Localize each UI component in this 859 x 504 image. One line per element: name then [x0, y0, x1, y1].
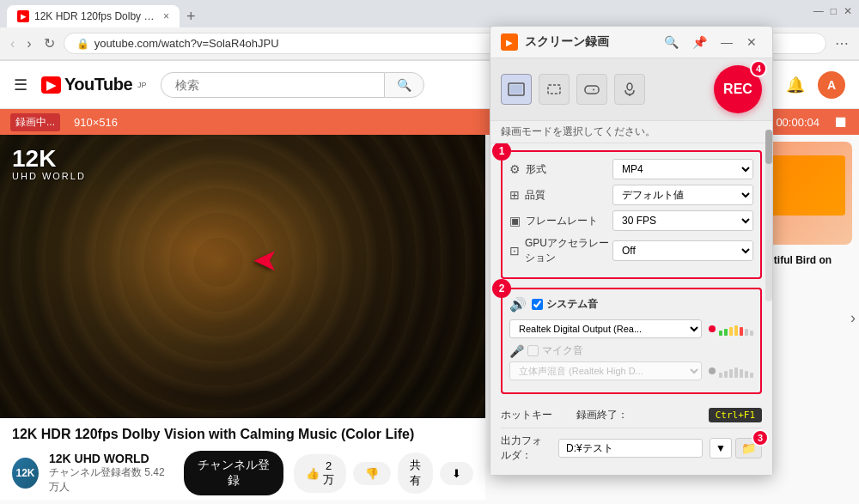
gpu-row: ⊡ GPUアクセラレーション Off: [509, 236, 753, 265]
hamburger-menu-icon[interactable]: ☰: [14, 76, 27, 94]
audio-level-indicator: [709, 322, 753, 336]
youtube-logo-text: YouTube: [64, 75, 132, 94]
recording-time: 00:00:04: [776, 116, 819, 129]
panel-minimize-button[interactable]: —: [716, 33, 738, 51]
region-record-button[interactable]: [539, 74, 570, 105]
recorder-panel: ▶ スクリーン録画 🔍 📌 — ✕: [490, 26, 773, 476]
mic-check-label[interactable]: マイク音: [527, 343, 583, 358]
audio-header: 🔊 システム音: [509, 296, 753, 313]
mic-bar-3: [729, 369, 733, 378]
level-bar-5: [740, 327, 743, 336]
svg-rect-1: [510, 85, 522, 94]
like-button[interactable]: 👍 2万: [294, 454, 346, 493]
window-minimize-btn[interactable]: —: [813, 5, 824, 17]
panel-search-button[interactable]: 🔍: [659, 33, 684, 51]
audio-section: 2 🔊 システム音 Realtek Digital Output (Rea...: [501, 288, 762, 394]
mic-level-dot: [709, 367, 716, 374]
avatar-initial: A: [827, 78, 836, 92]
user-avatar[interactable]: A: [818, 71, 845, 99]
mic-level-bars: [719, 364, 753, 378]
gpu-select[interactable]: Off: [612, 240, 753, 261]
framerate-label: ▣ フレームレート: [509, 214, 612, 228]
mic-icon: 🎤: [509, 344, 524, 358]
audio-record-button[interactable]: [614, 74, 645, 105]
mic-device-select[interactable]: 立体声混音 (Realtek High D...: [509, 361, 702, 380]
panel-header: ▶ スクリーン録画 🔍 📌 — ✕: [490, 27, 772, 58]
below-video: 12K HDR 120fps Dolby Vision with Calming…: [0, 418, 485, 500]
svg-point-6: [627, 83, 632, 90]
panel-toolbar: REC 4: [490, 58, 772, 121]
hotkey-action-text: 録画終了：: [576, 408, 702, 422]
search-input[interactable]: [161, 72, 384, 98]
format-label-text: 形式: [526, 162, 546, 177]
output-path-input[interactable]: [558, 439, 703, 458]
framerate-select[interactable]: 30 FPS: [612, 210, 753, 231]
audio-icon: [621, 82, 638, 96]
level-bar-3: [729, 327, 733, 336]
refresh-button[interactable]: ↻: [40, 32, 58, 55]
settings-btn[interactable]: ⋯: [832, 32, 852, 55]
mic-checkbox[interactable]: [527, 345, 539, 356]
scrollbar-thumb[interactable]: [765, 130, 772, 164]
video-column: 12K UHD WORLD ➤ 12K HDR 120fps Dolby Vis…: [0, 135, 485, 500]
subscribe-button[interactable]: チャンネル登録: [184, 451, 283, 495]
back-button[interactable]: ‹: [7, 33, 18, 55]
stop-recording-button[interactable]: ⏹: [833, 113, 849, 131]
sidebar-expand-icon[interactable]: ›: [850, 308, 856, 326]
new-tab-button[interactable]: +: [180, 8, 203, 26]
youtube-logo[interactable]: ▶ YouTube JP: [41, 75, 147, 94]
system-audio-check[interactable]: システム音: [532, 297, 598, 312]
rec-button-wrapper: REC 4: [714, 65, 762, 113]
like-count: 2万: [323, 459, 334, 488]
svg-point-5: [593, 89, 594, 91]
video-title: 12K HDR 120fps Dolby Vision with Calming…: [12, 427, 473, 442]
youtube-jp-badge: JP: [137, 81, 147, 89]
active-tab[interactable]: ▶ 12K HDR 120fps Dolby Visio... ×: [7, 5, 180, 27]
forward-button[interactable]: ›: [23, 33, 34, 55]
red-arrow-icon: ➤: [253, 242, 278, 278]
mic-label-text: マイク音: [542, 343, 583, 358]
output-dropdown-button[interactable]: ▼: [710, 438, 732, 458]
mic-bar-1: [719, 373, 722, 378]
channel-name[interactable]: 12K UHD WORLD: [49, 452, 167, 465]
arrow-indicator: ➤: [253, 242, 278, 278]
quality-select[interactable]: デフォルト値: [612, 185, 753, 205]
section-1-badge: 1: [492, 143, 511, 161]
mic-bar-7: [750, 373, 753, 378]
window-maximize-btn[interactable]: □: [831, 5, 837, 17]
format-select[interactable]: MP4: [612, 159, 753, 179]
mic-device-row: 立体声混音 (Realtek High D...: [509, 361, 753, 380]
uhd-12k-text: 12K: [12, 147, 86, 171]
level-bar-4: [734, 325, 738, 336]
tab-close-icon[interactable]: ×: [163, 10, 169, 22]
panel-close-button[interactable]: ✕: [741, 33, 762, 51]
video-background: 12K UHD WORLD ➤: [0, 135, 485, 418]
mic-bar-6: [745, 371, 748, 378]
panel-window-controls: 🔍 📌 — ✕: [659, 33, 762, 51]
share-button[interactable]: 共有: [398, 452, 433, 494]
region-icon: [545, 82, 563, 96]
quality-label: ⊞ 品質: [509, 188, 612, 203]
channel-avatar-text: 12K: [15, 467, 34, 479]
uhd-label: 12K UHD WORLD: [12, 147, 86, 181]
video-player[interactable]: 12K UHD WORLD ➤: [0, 135, 485, 418]
search-button[interactable]: 🔍: [384, 72, 424, 98]
window-close-btn[interactable]: ✕: [844, 5, 852, 17]
format-label: ⚙ 形式: [509, 162, 612, 177]
mic-bar-2: [724, 371, 728, 378]
tab-title: 12K HDR 120fps Dolby Visio...: [34, 10, 155, 22]
dislike-button[interactable]: 👎: [353, 462, 391, 485]
download-button[interactable]: ⬇: [440, 462, 473, 485]
quality-row: ⊞ 品質 デフォルト値: [509, 185, 753, 205]
system-audio-device-select[interactable]: Realtek Digital Output (Rea...: [509, 319, 702, 338]
hotkey-label-text: ホットキー: [501, 408, 570, 422]
system-audio-checkbox[interactable]: [532, 299, 543, 310]
notification-bell-icon[interactable]: 🔔: [782, 71, 809, 99]
panel-body: 1 ⚙ 形式 MP4 ⊞ 品質 デフォルト値: [490, 143, 772, 475]
fullscreen-record-button[interactable]: [501, 74, 532, 105]
panel-pin-button[interactable]: 📌: [687, 33, 712, 51]
level-bars: [719, 322, 753, 336]
channel-row: 12K 12K UHD WORLD チャンネル登録者数 5.42万人 チャンネル…: [12, 451, 473, 495]
game-record-button[interactable]: [576, 74, 607, 105]
framerate-icon: ▣: [509, 214, 521, 228]
